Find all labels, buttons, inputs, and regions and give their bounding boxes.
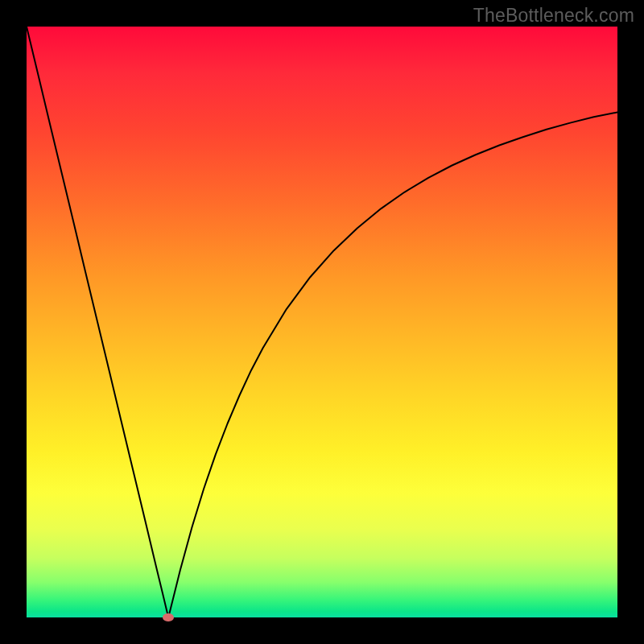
curve-minimum-marker (163, 613, 174, 621)
plot-area (27, 27, 617, 617)
attribution-label: TheBottleneck.com (473, 5, 634, 27)
curve-path (27, 27, 617, 617)
bottleneck-curve (27, 27, 617, 617)
chart-frame: TheBottleneck.com (0, 0, 644, 644)
